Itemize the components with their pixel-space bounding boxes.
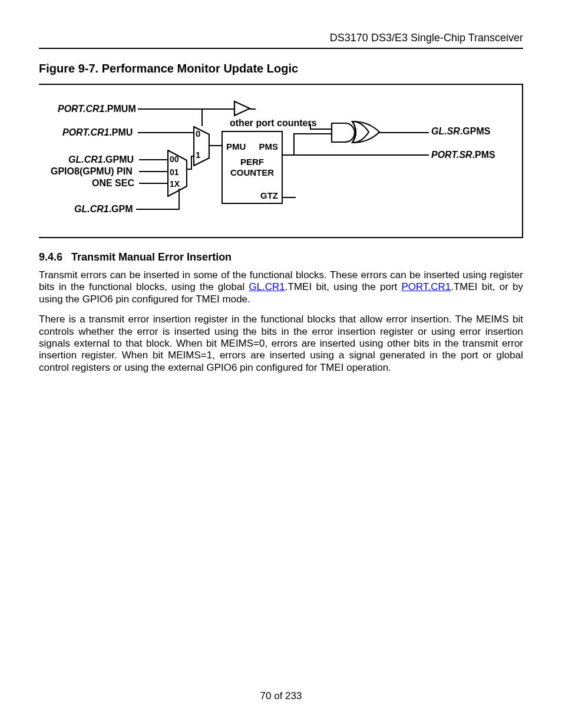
label-pmum: PORT.CR1.PMUM bbox=[58, 104, 136, 114]
paragraph-2: There is a transmit error insertion regi… bbox=[39, 314, 523, 374]
section-heading: 9.4.6 Transmit Manual Error Insertion bbox=[39, 251, 523, 263]
label-gpm: GL.CR1.GPM bbox=[74, 204, 133, 215]
mux-2to1: 0 1 bbox=[193, 126, 210, 166]
link-portcr1[interactable]: PORT.CR1 bbox=[402, 281, 451, 292]
figure-caption: Figure 9-7. Performance Monitor Update L… bbox=[39, 62, 523, 75]
label-gpms: GL.SR.GPMS bbox=[431, 126, 490, 137]
page-header: DS3170 DS3/E3 Single-Chip Transceiver bbox=[39, 32, 523, 49]
perf-counter-box: PMU PMS PERF COUNTER GTZ bbox=[222, 131, 283, 204]
svg-marker-2 bbox=[234, 101, 250, 116]
edge-detector-icon bbox=[233, 100, 251, 119]
mux-4to1: 00 01 1X bbox=[167, 150, 187, 197]
label-gpio8: GPIO8(GPMU) PIN bbox=[51, 166, 133, 177]
link-glcr1[interactable]: GL.CR1 bbox=[249, 281, 285, 292]
label-onesec: ONE SEC bbox=[92, 178, 134, 189]
paragraph-1: Transmit errors can be inserted in some … bbox=[39, 269, 523, 305]
or-gate-icon bbox=[351, 120, 381, 146]
label-other-counters: other port counters bbox=[230, 118, 317, 129]
page-footer: 70 of 233 bbox=[0, 690, 562, 702]
label-pmu: PORT.CR1.PMU bbox=[62, 127, 133, 138]
label-port-pms: PORT.SR.PMS bbox=[431, 150, 495, 160]
label-gpmu: GL.CR1.GPMU bbox=[68, 154, 134, 165]
figure-diagram: PORT.CR1.PMUM PORT.CR1.PMU GL.CR1.GPMU G… bbox=[39, 84, 523, 238]
